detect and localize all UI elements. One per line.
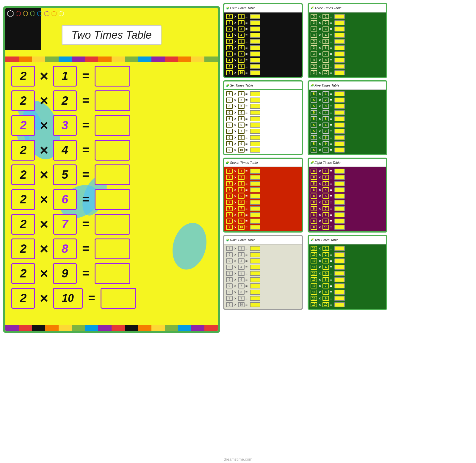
puzzle-icon-six: 🧩	[226, 84, 229, 87]
t7-b3: 7	[226, 181, 233, 186]
multiply-sign-2: ×	[38, 92, 50, 109]
t3-m1: 1	[322, 14, 329, 19]
four-mult-10: 10	[238, 70, 245, 75]
t6-m1: 1	[238, 91, 245, 96]
t5-a7	[334, 129, 345, 134]
four-op-1: ×	[234, 15, 237, 19]
t6-a8	[250, 135, 260, 140]
t6-a5	[250, 116, 260, 121]
t10-a6	[334, 277, 345, 282]
four-base-4: 4	[226, 33, 233, 38]
multiply-sign-4: ×	[38, 142, 50, 158]
base-number-7: 2	[11, 214, 35, 235]
t6-m9: 9	[238, 141, 245, 146]
five-card-body: 5×1= 5×2= 5×3= 5×4= 5×5= 5×6= 5×7= 5×8= …	[309, 90, 386, 154]
multiplier-4: 4	[53, 140, 77, 161]
multiplier-1: 1	[53, 66, 77, 87]
t5-b3: 5	[311, 104, 317, 109]
four-ans-6	[250, 45, 260, 50]
t7-a8	[250, 212, 260, 217]
four-ans-4	[250, 33, 260, 38]
base-number-8: 2	[11, 238, 35, 259]
t5-m10: 10	[322, 147, 329, 153]
t6-m5: 5	[238, 116, 245, 121]
t10-m3: 3	[322, 258, 329, 263]
multiply-sign-10: ×	[38, 290, 50, 306]
t7-m2: 2	[238, 175, 245, 180]
four-ans-2	[250, 20, 260, 25]
t6-m2: 2	[238, 98, 245, 103]
t6-a10	[250, 147, 260, 153]
multiplier-6: 6	[53, 189, 77, 210]
four-eq-5: =	[245, 40, 249, 44]
t7-a2	[250, 175, 260, 180]
bottom-color-bar	[5, 325, 218, 331]
five-times-card: 🧩 Five Times Table 5×1= 5×2= 5×3= 5×4= 5…	[308, 80, 387, 155]
t8-b2: 8	[311, 175, 317, 180]
answer-box-6	[95, 189, 130, 210]
t5-a5	[334, 116, 345, 121]
t9-a5	[250, 271, 260, 276]
t6-a4	[250, 110, 260, 115]
t5-a6	[334, 123, 345, 128]
t5-a8	[334, 135, 345, 140]
answer-box-4	[95, 140, 130, 161]
t7-b9: 7	[226, 219, 233, 224]
t9-b7: 9	[226, 283, 233, 288]
t8-b10: 8	[311, 225, 317, 230]
times-row-1: 2 × 1 =	[11, 65, 212, 87]
top-color-bar	[5, 56, 218, 62]
t7-m3: 3	[238, 181, 245, 186]
multiplier-8: 8	[53, 238, 77, 259]
t9-m8: 8	[238, 290, 245, 295]
t10-b2: 10	[311, 252, 317, 257]
times-row-2: 2 × 2 =	[11, 90, 212, 112]
four-mult-9: 9	[238, 64, 245, 69]
four-base-2: 4	[226, 20, 233, 25]
answer-box-8	[95, 238, 130, 259]
t8-a3	[334, 181, 345, 186]
t6-m8: 8	[238, 135, 245, 140]
t8-b5: 8	[311, 194, 317, 199]
t6-m6: 6	[238, 123, 245, 128]
eight-card-body: 8×1= 8×2= 8×3= 8×4= 8×5= 8×6= 8×7= 8×8= …	[309, 167, 386, 231]
multiply-sign-8: ×	[38, 241, 50, 257]
t8-b7: 8	[311, 206, 317, 211]
seven-card-title: Seven Times Table	[230, 161, 258, 164]
t8-a1	[334, 169, 345, 174]
four-row-1: 4 × 1 =	[226, 14, 300, 19]
t10-a2	[334, 252, 345, 257]
t5-a4	[334, 110, 345, 115]
times-table-grid: 2 × 1 = 2 × 2 = 2 × 3 = 2	[5, 62, 218, 312]
t8-m10: 10	[322, 225, 329, 230]
t3-b2: 3	[311, 20, 317, 25]
t8-m6: 6	[322, 200, 329, 205]
nine-times-card: 🧩 Nine Times Table 9×1= 9×2= 9×3= 9×4= 9…	[223, 235, 303, 310]
t9-a7	[250, 283, 260, 288]
watermark: dreamstime.com	[224, 457, 252, 462]
t5-a1	[334, 91, 345, 96]
t9-b5: 9	[226, 271, 233, 276]
t6-b8: 6	[226, 135, 233, 140]
t9-b1: 9	[226, 246, 233, 251]
four-mult-3: 3	[238, 26, 245, 32]
t10-m5: 5	[322, 271, 329, 276]
equals-1: =	[80, 69, 92, 83]
t10-b9: 10	[311, 296, 317, 301]
multiplier-9: 9	[53, 263, 77, 284]
answer-box-7	[95, 214, 130, 235]
t10-b3: 10	[311, 258, 317, 263]
right-panel: 🧩 Four Times Table 4 × 1 = 4 × 2 =	[223, 3, 390, 460]
multiply-sign-3: ×	[38, 117, 50, 134]
t7-a7	[250, 206, 260, 211]
t9-m4: 4	[238, 265, 245, 270]
t5-b4: 5	[311, 110, 317, 115]
four-mult-7: 7	[238, 51, 245, 56]
t3-m9: 9	[322, 64, 329, 69]
t3-b1: 3	[311, 14, 317, 19]
equals-3: =	[80, 119, 92, 132]
t9-b10: 9	[226, 302, 233, 307]
multiplier-3: 3	[53, 115, 77, 136]
t7-a6	[250, 200, 260, 205]
watermark-text: dreamstime.com	[224, 457, 252, 462]
